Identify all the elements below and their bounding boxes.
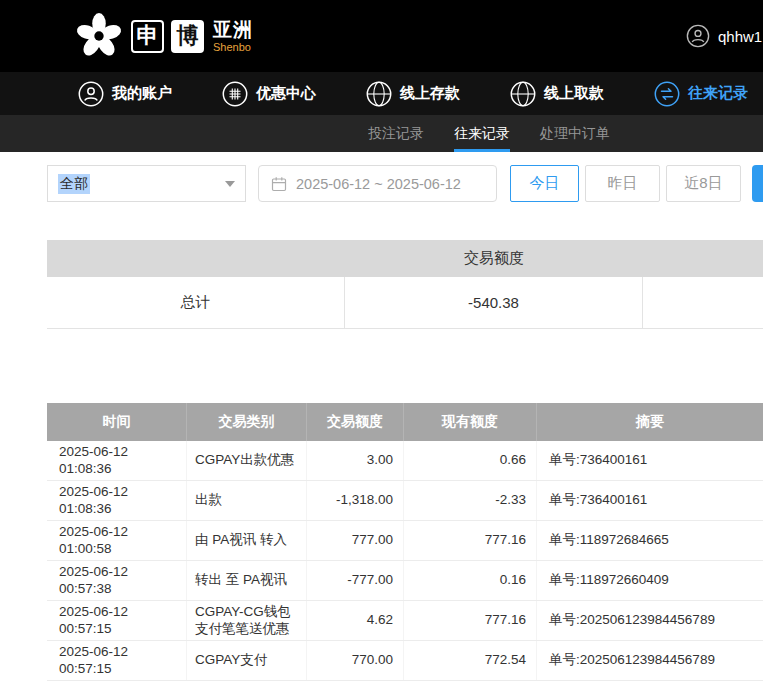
cell-note: 单号:118972684665	[537, 521, 763, 560]
cell-amount: -777.00	[307, 561, 404, 600]
cell-balance: 772.54	[404, 641, 537, 680]
filter-bar: 全部 2025-06-12 ~ 2025-06-12 今日 昨日 近8日	[47, 165, 763, 202]
subnav-label: 投注记录	[368, 125, 424, 143]
date-range-input[interactable]: 2025-06-12 ~ 2025-06-12	[258, 165, 497, 202]
cell-balance: -2.33	[404, 481, 537, 520]
username: qhhw1	[718, 28, 762, 45]
nav-item-promo-center[interactable]: 优惠中心	[222, 81, 316, 107]
type-filter-selected-value: 全部	[58, 174, 90, 194]
cell-type: CGPAY支付	[187, 641, 307, 680]
account-person-icon	[78, 81, 104, 107]
nav-label: 我的账户	[112, 84, 172, 103]
user-avatar-icon	[686, 24, 710, 48]
chevron-down-icon	[225, 181, 235, 187]
summary-total-label: 总计	[47, 277, 345, 328]
search-button[interactable]	[752, 165, 763, 202]
table-row: 2025-06-12 00:57:15 CGPAY-CG钱包支付笔笔送优惠 4.…	[47, 601, 763, 641]
cell-balance: 777.16	[404, 601, 537, 640]
nav-label: 优惠中心	[256, 84, 316, 103]
cell-amount: 4.62	[307, 601, 404, 640]
cell-type: 由 PA视讯 转入	[187, 521, 307, 560]
cell-time: 2025-06-12 00:57:15	[47, 601, 187, 640]
col-header-time: 时间	[47, 403, 187, 441]
summary-header-amount: 交易额度	[345, 240, 643, 277]
summary-empty-cell	[643, 277, 763, 328]
table-row: 2025-06-12 01:08:36 出款 -1,318.00 -2.33 单…	[47, 481, 763, 521]
date-range-value: 2025-06-12 ~ 2025-06-12	[296, 176, 461, 192]
subnav-item-pending-orders[interactable]: 处理中订单	[540, 115, 610, 152]
subnav-label: 处理中订单	[540, 125, 610, 143]
cell-time: 2025-06-12 01:08:36	[47, 481, 187, 520]
cell-amount: 770.00	[307, 641, 404, 680]
summary-total-row: 总计 -540.38	[47, 277, 763, 329]
cell-note: 单号:736400161	[537, 481, 763, 520]
col-header-note: 摘要	[537, 403, 763, 441]
cell-type: CGPAY-CG钱包支付笔笔送优惠	[187, 601, 307, 640]
summary-table: 交易额度 总计 -540.38	[47, 240, 763, 329]
cell-type: 转出 至 PA视讯	[187, 561, 307, 600]
cell-amount: -1,318.00	[307, 481, 404, 520]
flower-logo-icon	[74, 11, 124, 61]
last-8-days-button[interactable]: 近8日	[666, 165, 741, 202]
top-header: 申 博 亚洲 Shenbo qhhw1	[0, 0, 763, 72]
col-header-balance: 现有额度	[404, 403, 537, 441]
cell-time: 2025-06-12 01:08:36	[47, 441, 187, 480]
brand-region: 亚洲	[213, 19, 253, 41]
transactions-table: 时间 交易类别 交易额度 现有额度 摘要 2025-06-12 01:08:36…	[47, 403, 763, 681]
table-row: 2025-06-12 00:57:38 转出 至 PA视讯 -777.00 0.…	[47, 561, 763, 601]
cell-balance: 0.66	[404, 441, 537, 480]
brand-subtitle: Shenbo	[213, 41, 253, 54]
nav-item-transaction-records[interactable]: 往来记录	[654, 81, 748, 107]
today-button[interactable]: 今日	[510, 165, 579, 202]
col-header-type: 交易类别	[187, 403, 307, 441]
cell-note: 单号:202506123984456789	[537, 641, 763, 680]
cell-balance: 0.16	[404, 561, 537, 600]
subnav-item-transaction-records[interactable]: 往来记录	[454, 115, 510, 152]
type-filter-select[interactable]: 全部	[47, 165, 246, 202]
cell-type: 出款	[187, 481, 307, 520]
cell-time: 2025-06-12 01:00:58	[47, 521, 187, 560]
col-header-amount: 交易额度	[307, 403, 404, 441]
cell-type: CGPAY出款优惠	[187, 441, 307, 480]
records-exchange-icon	[654, 81, 680, 107]
nav-item-my-account[interactable]: 我的账户	[78, 81, 172, 107]
table-row: 2025-06-12 01:00:58 由 PA视讯 转入 777.00 777…	[47, 521, 763, 561]
cell-note: 单号:118972660409	[537, 561, 763, 600]
table-header-row: 时间 交易类别 交易额度 现有额度 摘要	[47, 403, 763, 441]
nav-label: 线上取款	[544, 84, 604, 103]
brand-char-bo: 博	[171, 20, 204, 53]
main-nav: 我的账户 优惠中心 线上存款 线上取款 往来记录	[0, 72, 763, 115]
yesterday-button[interactable]: 昨日	[585, 165, 660, 202]
cell-time: 2025-06-12 00:57:38	[47, 561, 187, 600]
cell-time: 2025-06-12 00:57:15	[47, 641, 187, 680]
deposit-globe-icon	[366, 81, 392, 107]
nav-item-online-withdrawal[interactable]: 线上取款	[510, 81, 604, 107]
summary-header-empty	[47, 240, 345, 277]
cell-balance: 777.16	[404, 521, 537, 560]
nav-item-online-deposit[interactable]: 线上存款	[366, 81, 460, 107]
nav-label: 线上存款	[400, 84, 460, 103]
cell-note: 单号:202506123984456789	[537, 601, 763, 640]
brand-char-shen: 申	[131, 20, 164, 53]
promo-grid-icon	[222, 81, 248, 107]
sub-nav: 投注记录 往来记录 处理中订单	[0, 115, 763, 152]
cell-note: 单号:736400161	[537, 441, 763, 480]
cell-amount: 3.00	[307, 441, 404, 480]
subnav-label: 往来记录	[454, 125, 510, 143]
cell-amount: 777.00	[307, 521, 404, 560]
withdrawal-globe-icon	[510, 81, 536, 107]
nav-label: 往来记录	[688, 84, 748, 103]
summary-total-value: -540.38	[345, 277, 643, 328]
summary-header-row: 交易额度	[47, 240, 763, 277]
subnav-item-bet-records[interactable]: 投注记录	[368, 115, 424, 152]
calendar-icon	[271, 176, 287, 192]
table-row: 2025-06-12 01:08:36 CGPAY出款优惠 3.00 0.66 …	[47, 441, 763, 481]
brand-logo[interactable]: 申 博 亚洲 Shenbo	[74, 11, 253, 61]
user-menu[interactable]: qhhw1	[686, 0, 762, 72]
table-row: 2025-06-12 00:57:15 CGPAY支付 770.00 772.5…	[47, 641, 763, 681]
summary-header-empty	[643, 240, 763, 277]
